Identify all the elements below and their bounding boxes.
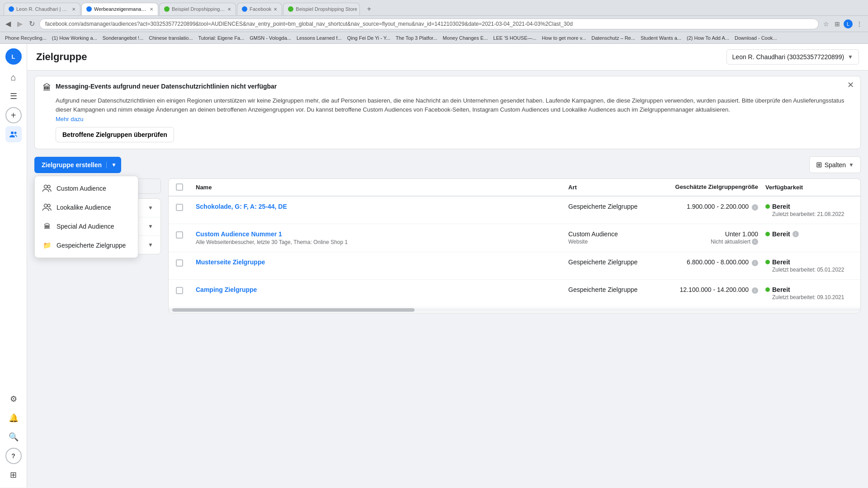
row2-availability-cell: Bereit i [758,230,853,238]
row2-name-cell: Custom Audience Nummer 1 Alle Webseitenb… [196,230,568,245]
bookmark-student[interactable]: Student Wants a... [638,35,684,41]
menu-icon[interactable]: ⋮ [854,19,864,28]
sidebar-audiences-icon[interactable] [5,126,22,142]
dropdown-item-custom[interactable]: Custom Audience [35,179,138,198]
tab-facebook[interactable]: Facebook ✕ [237,3,282,15]
dropdown-item-lookalike[interactable]: Lookalike Audience [35,198,138,217]
tab-close-icon[interactable]: ✕ [227,7,231,12]
bookmark-download[interactable]: Download - Cook... [732,35,779,41]
row2-name-link[interactable]: Custom Audience Nummer 1 [196,230,568,238]
row1-size-cell: 1.900.000 - 2.200.000 i [659,203,758,211]
dropdown-item-saved[interactable]: 📁 Gespeicherte Zielgruppe [35,236,138,255]
row1-size-info-icon[interactable]: i [752,204,758,211]
refresh-button[interactable]: ↻ [27,18,37,30]
row4-checkbox[interactable] [176,286,196,294]
sidebar-home-icon[interactable]: ⌂ [5,69,22,85]
tab-close-icon[interactable]: ✕ [150,7,153,12]
alert-banner: 🏛 Messaging-Events aufgrund neuer Datens… [34,76,861,149]
create-dropdown-icon[interactable]: ▼ [106,162,121,168]
row1-name-cell: Schokolade, G: F, A: 25-44, DE [196,203,568,210]
bookmark-chinese[interactable]: Chinese translatio... [146,35,195,41]
select-all-checkbox[interactable] [176,183,183,191]
account-selector[interactable]: Leon R. Chaudhari (303253577220899) ▼ [726,49,859,65]
alert-close-button[interactable]: ✕ [847,81,854,89]
bookmark-star-icon[interactable]: ☆ [821,19,831,28]
main-content: Zielgruppe Leon R. Chaudhari (3032535772… [27,44,868,488]
row2-status-dot [765,232,770,236]
row1-checkbox[interactable] [176,203,196,211]
tabs-bar: Leon R. Chaudhari | Facebook ✕ Werbeanze… [0,0,868,16]
header-name: Name [196,184,568,191]
tab-label: Beispiel Dropshipping Store [296,6,357,12]
row2-info-icon[interactable]: i [793,231,799,237]
tab-close-icon[interactable]: ✕ [359,7,360,12]
bookmark-tutorial[interactable]: Tutorial: Eigene Fa... [196,35,247,41]
row4-name-cell: Camping Zielgruppe [196,286,568,293]
row3-availability-cell: Bereit Zuletzt bearbeitet: 05.01.2022 [758,258,853,273]
bookmark-sonderangebot[interactable]: Sonderangebot !... [100,35,146,41]
sidebar-tools-icon[interactable]: ⊞ [5,467,22,483]
extensions-icon[interactable]: ⊞ [833,19,842,28]
tab-dropshipping2[interactable]: Beispiel Dropshipping Store ✕ [283,3,360,15]
tab-close-icon[interactable]: ✕ [274,7,277,12]
row4-size-info-icon[interactable]: i [752,287,758,294]
tab-label: Beispiel Dropshipping Store ... [172,6,225,12]
bookmark-more[interactable]: How to get more v... [540,35,589,41]
sidebar-search-icon[interactable]: 🔍 [5,429,22,445]
create-audience-button[interactable]: Zielgruppe erstellen ▼ [34,157,121,173]
svg-point-1 [14,132,16,134]
svg-point-5 [47,204,50,207]
bookmark-money[interactable]: Money Changes E... [440,35,490,41]
row1-name-link[interactable]: Schokolade, G: F, A: 25-44, DE [196,203,568,210]
sidebar-create-icon[interactable]: + [5,107,22,123]
row3-size-info-icon[interactable]: i [752,260,758,266]
tab-close-icon[interactable]: ✕ [72,7,75,12]
columns-chevron-icon: ▼ [849,162,854,168]
check-affected-button[interactable]: Betroffene Zielgruppen überprüfen [56,127,174,142]
row1-art-cell: Gespeicherte Zielgruppe [568,203,659,210]
tab-dropshipping1[interactable]: Beispiel Dropshipping Store ... ✕ [159,3,236,15]
horizontal-scrollbar[interactable] [169,308,860,312]
header-checkbox-cell[interactable] [176,183,196,191]
header-availability: Verfügbarkeit [758,184,853,191]
bookmark-qing[interactable]: Qing Fei De Yi - Y... [345,35,393,41]
saved-audience-icon: 📁 [42,240,52,250]
svg-point-4 [44,204,47,207]
tab-werbeanzeigen[interactable]: Werbeanzeigenmanager - Ziel... ✕ [81,3,158,15]
table-row: Musterseite Zielgruppe Gespeicherte Ziel… [169,252,860,280]
scrollbar-thumb[interactable] [172,308,415,312]
tab-leon-facebook[interactable]: Leon R. Chaudhari | Facebook ✕ [4,3,80,15]
row2-status-text: Bereit [772,230,790,238]
profile-icon[interactable]: L [844,19,853,28]
alert-more-link[interactable]: Mehr dazu [56,116,83,122]
row4-size-cell: 12.100.000 - 14.200.000 i [659,286,758,294]
custom-audience-icon [42,183,52,193]
row3-name-link[interactable]: Musterseite Zielgruppe [196,258,265,266]
bookmark-phone[interactable]: Phone Recycling... [3,35,49,41]
row3-checkbox[interactable] [176,258,196,267]
row2-name-sub: Alle Webseitenbesucher, letzte 30 Tage, … [196,239,568,245]
sidebar-notifications-icon[interactable]: 🔔 [5,410,22,426]
dropdown-item-special[interactable]: 🏛 Special Ad Audience [35,217,138,236]
sidebar-menu-icon[interactable]: ☰ [5,88,22,104]
columns-button[interactable]: ⊞ Spalten ▼ [809,156,861,173]
bookmark-datenschutz[interactable]: Datenschutz – Re... [589,35,637,41]
row4-name-link[interactable]: Camping Zielgruppe [196,286,257,293]
url-bar[interactable]: facebook.com/adsmanager/audiences?act=30… [39,19,819,29]
row2-checkbox[interactable] [176,230,196,239]
bookmark-lee[interactable]: LEE 'S HOUSE—... [491,35,539,41]
header-size: Geschätzte Zielgruppengröße [659,183,758,191]
back-button[interactable]: ◀ [4,18,13,30]
sidebar-settings-icon[interactable]: ⚙ [5,391,22,407]
row1-status-text: Bereit [772,203,790,210]
bookmark-top3[interactable]: The Top 3 Platfor... [393,35,439,41]
bookmark-working[interactable]: (1) How Working a... [50,35,99,41]
row2-size-info-icon[interactable]: i [752,239,758,245]
bookmark-add[interactable]: (2) How To Add A... [684,35,731,41]
new-tab-button[interactable]: + [363,3,375,15]
bookmark-gmsn[interactable]: GMSN - Vologda... [247,35,293,41]
forward-button[interactable]: ▶ [15,18,24,30]
bookmark-lessons[interactable]: Lessons Learned f... [294,35,344,41]
sidebar-help-icon[interactable]: ? [5,448,22,464]
avatar-icon[interactable]: L [5,48,22,65]
